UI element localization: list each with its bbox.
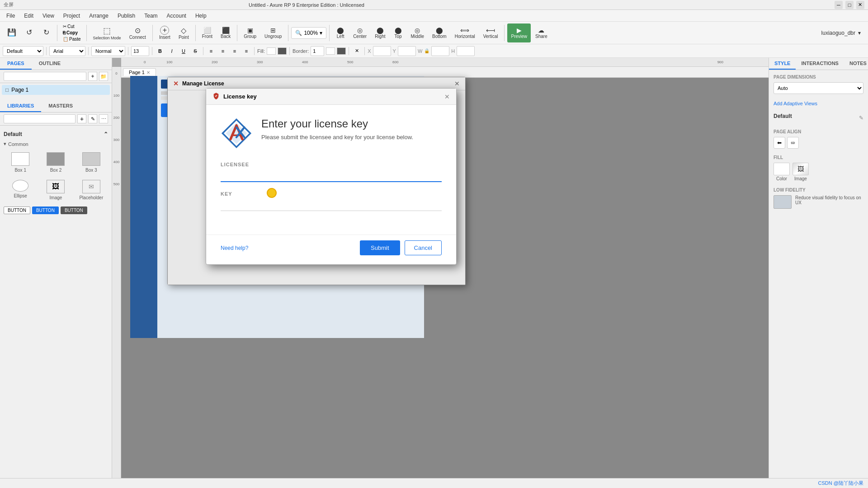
align-top-btn[interactable]: ⬤ Top: [390, 23, 406, 42]
maximize-btn[interactable]: □: [845, 1, 854, 9]
strikethrough-btn[interactable]: S: [190, 46, 200, 56]
insert-btn[interactable]: + Insert: [156, 23, 174, 42]
align-text-left-btn[interactable]: ≡: [206, 46, 216, 56]
save-btn[interactable]: 💾: [4, 23, 20, 42]
widget-box1[interactable]: Box 1: [4, 150, 37, 175]
distribute-vertical-btn[interactable]: ⟻ Vertical: [480, 23, 502, 42]
copy-btn[interactable]: ⎘ Copy: [60, 30, 84, 36]
btn-widget-outline[interactable]: BUTTON: [4, 206, 30, 214]
back-btn[interactable]: ⬛ Back: [217, 23, 234, 42]
fill-color-dark-swatch[interactable]: [278, 47, 287, 55]
align-bottom-btn[interactable]: ⬤ Bottom: [429, 23, 450, 42]
redo-btn[interactable]: ↻: [38, 23, 54, 42]
zoom-control[interactable]: 🔍 100% ▾: [291, 27, 326, 39]
tab-masters[interactable]: MASTERS: [41, 100, 80, 112]
font-select[interactable]: Arial: [49, 46, 85, 56]
tab-outline[interactable]: OUTLINE: [32, 58, 68, 70]
ungroup-btn[interactable]: ⊞ Ungroup: [261, 23, 285, 42]
user-area[interactable]: luxiaoguo_dbr ▾: [818, 29, 864, 37]
border-dark-swatch[interactable]: [337, 47, 346, 55]
ld-close-btn[interactable]: ✕: [444, 93, 450, 100]
tab-style[interactable]: STYLE: [769, 58, 796, 70]
add-page-btn[interactable]: +: [88, 72, 97, 81]
page1-tab[interactable]: Page 1 ✕: [123, 68, 156, 76]
align-left-page-btn[interactable]: ⬅: [774, 137, 785, 149]
align-left-btn[interactable]: ⬤ Left: [332, 23, 349, 42]
distribute-horizontal-btn[interactable]: ⟺ Horizontal: [451, 23, 479, 42]
align-center-page-btn[interactable]: ⬄: [787, 137, 799, 149]
underline-btn[interactable]: U: [179, 46, 189, 56]
need-help-link[interactable]: Need help?: [221, 245, 248, 251]
page-dimensions-select[interactable]: Auto: [774, 82, 863, 94]
w-input[interactable]: [431, 46, 449, 56]
tab-notes[interactable]: NOTES: [844, 58, 868, 70]
lib-search-input[interactable]: [4, 114, 75, 123]
align-right-btn[interactable]: ⬤ Right: [371, 23, 389, 42]
align-center-btn[interactable]: ◎ Center: [349, 23, 370, 42]
connect-btn[interactable]: ⊙ Connect: [126, 23, 150, 42]
align-text-justify-btn[interactable]: ≡: [241, 46, 251, 56]
page1-item[interactable]: □ Page 1: [2, 85, 110, 95]
style-select[interactable]: Default: [3, 46, 43, 56]
fill-image-option[interactable]: 🖼 Image: [793, 163, 809, 181]
undo-btn[interactable]: ↺: [21, 23, 37, 42]
menu-view[interactable]: View: [38, 12, 59, 20]
fidelity-thumbnail[interactable]: [774, 195, 792, 209]
tab-pages[interactable]: PAGES: [0, 58, 32, 70]
widget-image[interactable]: 🖼 Image: [39, 177, 72, 203]
border-value-input[interactable]: [311, 46, 324, 56]
submit-btn[interactable]: Submit: [360, 240, 400, 255]
menu-publish[interactable]: Publish: [113, 12, 140, 20]
menu-file[interactable]: File: [2, 12, 19, 20]
font-style-select[interactable]: Normal: [91, 46, 125, 56]
btn-widget-dark[interactable]: BUTTON: [61, 206, 87, 214]
italic-btn[interactable]: I: [167, 46, 177, 56]
widget-placeholder[interactable]: ✉ Placeholder: [75, 177, 108, 203]
menu-arrange[interactable]: Arrange: [85, 12, 113, 20]
align-text-center-btn[interactable]: ≡: [218, 46, 228, 56]
menu-account[interactable]: Account: [162, 12, 191, 20]
widget-box3[interactable]: Box 3: [75, 150, 108, 175]
share-btn[interactable]: ☁ Share: [532, 23, 551, 42]
cancel-btn[interactable]: Cancel: [405, 240, 442, 255]
csdn-link[interactable]: CSDN @陆丫陆小果: [818, 480, 863, 484]
common-label[interactable]: ▾ Common: [4, 141, 108, 147]
ml-close-btn[interactable]: ✕: [454, 80, 460, 87]
h-input[interactable]: [457, 46, 475, 56]
close-btn[interactable]: ✕: [856, 1, 864, 9]
group-btn[interactable]: ▣ Group: [240, 23, 260, 42]
default-edit-btn[interactable]: ✎: [859, 115, 863, 121]
paste-btn[interactable]: 📋 Paste: [60, 36, 84, 42]
tab-libraries[interactable]: LIBRARIES: [0, 100, 41, 112]
key-input[interactable]: [221, 200, 442, 211]
y-input[interactable]: [398, 46, 416, 56]
edit-lib-btn[interactable]: ✎: [88, 114, 97, 123]
pages-search-input[interactable]: [4, 72, 86, 81]
fill-color-option[interactable]: Color: [774, 163, 790, 181]
font-size-input[interactable]: [131, 46, 149, 56]
licensee-input[interactable]: [221, 171, 442, 182]
lib-default-arrow[interactable]: ⌃: [104, 131, 108, 137]
border-color-swatch[interactable]: [326, 47, 335, 55]
add-lib-btn[interactable]: +: [77, 114, 86, 123]
btn-widget-blue[interactable]: BUTTON: [32, 206, 59, 214]
widget-ellipse[interactable]: Ellipse: [4, 177, 37, 203]
cut-btn[interactable]: ✂ Cut: [60, 23, 84, 30]
point-btn[interactable]: ◇ Point: [175, 23, 193, 42]
fill-color-swatch[interactable]: [267, 47, 276, 55]
menu-help[interactable]: Help: [191, 12, 211, 20]
menu-project[interactable]: Project: [59, 12, 85, 20]
align-text-right-btn[interactable]: ≡: [230, 46, 240, 56]
page1-tab-close[interactable]: ✕: [146, 70, 150, 75]
close-format-btn[interactable]: ✕: [352, 46, 362, 56]
bold-btn[interactable]: B: [155, 46, 165, 56]
x-input[interactable]: [373, 46, 391, 56]
minimize-btn[interactable]: ─: [835, 1, 843, 9]
pages-folder-btn[interactable]: 📁: [99, 72, 108, 81]
widget-box2[interactable]: Box 2: [39, 150, 72, 175]
front-btn[interactable]: ⬜ Front: [198, 23, 216, 42]
menu-edit[interactable]: Edit: [19, 12, 38, 20]
preview-btn[interactable]: ▶ Preview: [507, 23, 531, 42]
more-lib-btn[interactable]: ⋯: [99, 114, 108, 123]
tab-interactions[interactable]: INTERACTIONS: [796, 58, 844, 70]
